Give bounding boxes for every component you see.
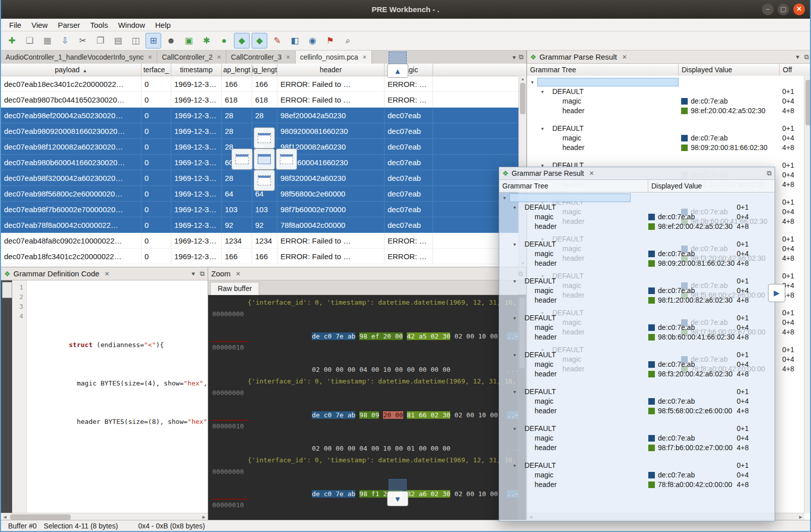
column-orig-length[interactable]: ig_lengt (252, 64, 277, 76)
floating-window-titlebar[interactable]: ❖ Grammar Parse Result ✕ ⧉ (499, 167, 775, 180)
new-file-icon[interactable]: ✚ (4, 33, 20, 49)
expander-icon[interactable]: ▾ (513, 387, 516, 397)
dock-target-bottom[interactable] (254, 170, 275, 191)
panel-float-icon[interactable]: ⧉ (804, 53, 809, 61)
tree-vertical-scrollbar[interactable] (804, 76, 811, 513)
tree-node-magic[interactable]: magic de:c0:7e:ab 0+4 (499, 470, 775, 480)
save-icon[interactable]: ▦ (39, 33, 55, 49)
tree-node-default[interactable]: ▾ DEFAULT 0+1 (499, 276, 775, 286)
tree-node-default[interactable]: ▾ DEFAULT 0+1 (499, 461, 775, 470)
tab-close-icon[interactable]: ✕ (217, 54, 221, 61)
reparse-buffer-icon[interactable]: ◆ (252, 33, 267, 49)
open-file-icon[interactable]: ❏ (22, 33, 37, 49)
menu-tools[interactable]: Tools (85, 20, 113, 30)
tree-root-row[interactable]: ▾ (499, 193, 775, 203)
column-header[interactable]: header (277, 64, 385, 76)
capture-icon[interactable]: ▣ (181, 33, 197, 49)
dock-indicator-bottom[interactable]: ▼ (387, 491, 408, 506)
document-tab[interactable]: AudioController_1_handleVocoderInfo_sync… (1, 51, 157, 64)
tree-node-default[interactable]: ▾ DEFAULT 0+1 (499, 424, 775, 433)
expander-icon[interactable]: ▾ (503, 193, 506, 203)
hex-row[interactable]: 00000000 de c0 7e ab98 0920 00 81 66 02 … (212, 388, 518, 421)
debug-icon[interactable]: ✱ (199, 33, 214, 49)
column-displayed-value[interactable]: Displayed Value (679, 64, 780, 76)
packet-row[interactable]: dec07eab98ef200042a50230020… 0 1969-12-3… (1, 108, 519, 123)
tree-node-header[interactable]: header 98:f1:20:00:82:a6:02:30 4+8 (499, 296, 775, 305)
run-parser-icon[interactable]: ☻ (163, 33, 179, 49)
expander-icon[interactable]: ▾ (513, 424, 516, 433)
floating-window-dock-icon[interactable]: ⧉ (767, 169, 772, 177)
hex-view[interactable]: {'interface_id': 0, 'timestamp': datetim… (208, 295, 518, 521)
expander-icon[interactable]: ▾ (513, 313, 516, 323)
tree-node-default[interactable]: ▾ DEFAULT 0+1 (499, 313, 775, 323)
tree-node-default[interactable]: ▾ DEFAULT 0+1 (499, 350, 775, 360)
expander-icon[interactable]: ▾ (531, 77, 534, 87)
panel-close-icon[interactable]: ✕ (235, 270, 241, 277)
expander-icon[interactable]: ▾ (541, 87, 544, 96)
menu-help[interactable]: Help (150, 20, 176, 30)
column-timestamp[interactable]: timestamp (171, 64, 222, 76)
web-icon[interactable]: ◉ (305, 33, 320, 49)
column-cap-length[interactable]: ap_lengt (222, 64, 252, 76)
document-tab[interactable]: CallController_2 ✕ (157, 51, 226, 64)
hex-row[interactable]: 00000000 de c0 7e ab98 f1 20 00 82 a6 02… (212, 466, 518, 500)
annotate-icon[interactable]: ✎ (269, 33, 285, 49)
hex-row[interactable]: 00000010 02 00 00 00 04 00 10 00 01 00 0… (212, 421, 518, 454)
search-icon[interactable]: ⌕ (340, 33, 356, 49)
panel-close-icon[interactable]: ✕ (622, 54, 627, 61)
panel-float-icon[interactable]: ⧉ (200, 270, 205, 278)
selected-root-node[interactable] (509, 194, 631, 202)
panels-icon[interactable]: ◧ (287, 33, 303, 49)
overview-ruler[interactable] (1, 280, 12, 513)
expander-icon[interactable]: ▾ (513, 203, 516, 212)
menu-window[interactable]: Window (113, 20, 150, 30)
menu-parser[interactable]: Parser (53, 20, 85, 30)
scrollbar-thumb[interactable] (10, 514, 71, 520)
packet-row[interactable]: dec07eab98f7b60002e70000020… 0 1969-12-3… (1, 202, 519, 217)
panel-menu-icon[interactable]: ▾ (796, 53, 799, 61)
packet-row[interactable]: dec07eab9807bc0441650230020… 0 1969-12-3… (1, 92, 519, 108)
column-grammar-tree[interactable]: Grammar Tree (527, 64, 679, 76)
dock-target-right[interactable] (276, 149, 297, 170)
packet-row[interactable]: dec07eab18ec3401c2c20000022… 0 1969-12-3… (1, 76, 519, 92)
tree-node-header[interactable]: header 98:09:20:00:81:66:02:30 4+8 (527, 143, 804, 153)
tree-node-default[interactable]: ▾ DEFAULT 0+1 (527, 87, 804, 96)
expander-icon[interactable]: ▾ (541, 124, 544, 133)
dock-indicator-right[interactable]: ▶ (768, 284, 785, 302)
maximize-button[interactable]: ▢ (778, 4, 789, 15)
floating-grammar-parse-result-window[interactable]: ❖ Grammar Parse Result ✕ ⧉ Grammar Tree … (499, 167, 775, 521)
tree-node-magic[interactable]: magic de:c0:7e:ab 0+4 (499, 397, 775, 406)
tab-close-icon[interactable]: ✕ (148, 54, 152, 61)
tree-node-magic[interactable]: magic de:c0:7e:ab 0+4 (499, 433, 775, 443)
parse-buffer-icon[interactable]: ◆ (234, 33, 250, 49)
packet-row[interactable]: dec07eab78f8a00042c0000022… 0 1969-12-3…… (1, 217, 519, 233)
expander-icon[interactable]: ▾ (513, 461, 516, 470)
scroll-up-icon[interactable]: ▲ (519, 77, 527, 81)
tree-node-header[interactable]: header 98:ef:20:00:42:a5:02:30 4+8 (499, 222, 775, 231)
hex-row[interactable]: 00000010 02 00 00 00 04 00 10 00 00 00 0… (212, 342, 518, 375)
tree-node-magic[interactable]: magic de:c0:7e:ab 0+4 (499, 360, 775, 369)
tab-close-icon[interactable]: ✕ (285, 54, 290, 61)
code-lines[interactable]: struct (endianness="<"){ magic BYTES(siz… (26, 280, 208, 513)
tab-close-icon[interactable]: ✕ (362, 54, 367, 61)
panel-menu-icon[interactable]: ▾ (192, 270, 195, 278)
floating-window-close-icon[interactable]: ✕ (589, 170, 594, 177)
column-interface[interactable]: terface_ (141, 64, 171, 76)
menu-file[interactable]: File (4, 20, 26, 30)
tree-node-magic[interactable]: magic de:c0:7e:ab 0+4 (499, 286, 775, 296)
tree-node-magic[interactable]: magic de:c0:7e:ab 0+4 (499, 323, 775, 332)
document-tab[interactable]: cellinfo_nosim.pca ✕ (296, 51, 372, 64)
paste-icon[interactable]: ▤ (110, 33, 126, 49)
tree-node-default[interactable]: ▾ DEFAULT 0+1 (499, 203, 775, 212)
expander-icon[interactable]: ▾ (513, 239, 516, 249)
close-button[interactable]: ✕ (793, 4, 805, 15)
document-tab[interactable]: CallController_3 ✕ (226, 51, 296, 64)
tab-raw-buffer[interactable]: Raw buffer (210, 282, 259, 295)
expander-icon[interactable]: ▾ (513, 276, 516, 286)
dock-target-top[interactable] (254, 127, 275, 149)
column-offset[interactable]: Off (780, 64, 811, 76)
tree-root-row[interactable]: ▾ (527, 77, 804, 87)
column-payload[interactable]: payload▲ (1, 64, 141, 76)
tree-node-header[interactable]: header 78:f8:a0:00:42:c0:00:00 4+8 (499, 480, 775, 490)
column-grammar-tree[interactable]: Grammar Tree (499, 180, 648, 192)
